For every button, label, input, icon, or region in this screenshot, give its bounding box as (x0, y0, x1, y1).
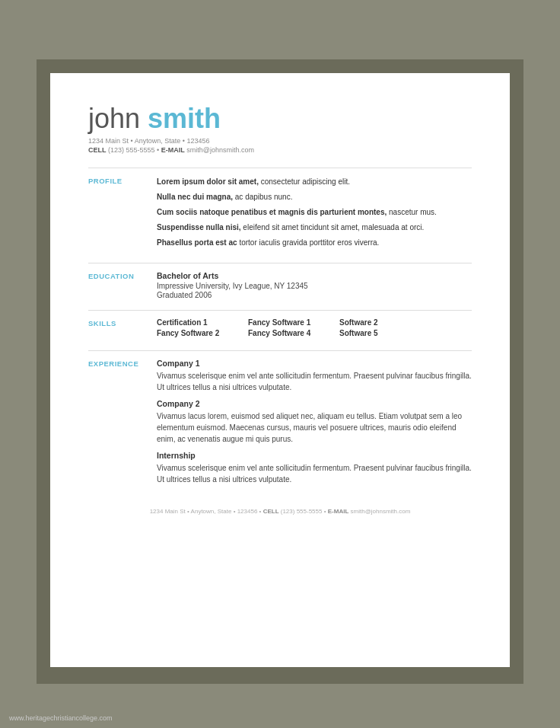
skills-row-2: Fancy Software 2 Fancy Software 4 Softwa… (157, 329, 472, 337)
education-content: Bachelor of Arts Impressive University, … (157, 271, 472, 299)
profile-section: PROFILE Lorem ipsum dolor sit amet, cons… (88, 176, 472, 252)
first-name: john (88, 103, 140, 134)
skills-label: SKILLS (88, 318, 157, 340)
education-degree: Bachelor of Arts (157, 271, 472, 280)
company-2-name: Company 2 (157, 399, 472, 408)
footer-email-label: E-MAIL (328, 508, 349, 515)
education-label: EDUCATION (88, 271, 157, 299)
education-divider (88, 263, 472, 263)
education-year: Graduated 2006 (157, 291, 472, 299)
cell-label: CELL (88, 146, 107, 154)
skills-section: SKILLS Certification 1 Fancy Software 1 … (88, 318, 472, 340)
header-section: john smith 1234 Main St • Anytown, State… (88, 104, 472, 154)
company-1-desc: Vivamus scelerisque enim vel ante sollic… (157, 370, 472, 393)
profile-line-1: Lorem ipsum dolor sit amet, consectetur … (157, 176, 472, 187)
cell-number: (123) 555-5555 (108, 146, 155, 154)
address-line: 1234 Main St • Anytown, State • 123456 (88, 137, 472, 145)
header-divider (88, 168, 472, 168)
skill-6: Software 5 (339, 329, 415, 337)
profile-line-2: Nulla nec dui magna, ac dapibus nunc. (157, 191, 472, 203)
email-label: E-MAIL (161, 146, 185, 154)
skill-5: Fancy Software 4 (248, 329, 324, 337)
skill-3: Software 2 (339, 318, 415, 327)
company-1-name: Company 1 (157, 359, 472, 368)
skills-divider (88, 310, 472, 311)
skill-1: Certification 1 (157, 318, 233, 327)
experience-content: Company 1 Vivamus scelerisque enim vel a… (157, 359, 472, 491)
company-2-desc: Vivamus lacus lorem, euismod sed aliquet… (157, 410, 472, 445)
watermark: www.heritagechristiancollege.com (9, 714, 113, 722)
last-name: smith (148, 103, 221, 134)
outer-frame: john smith 1234 Main St • Anytown, State… (37, 59, 523, 684)
profile-line-3: Cum sociis natoque penatibus et magnis d… (157, 206, 472, 218)
skills-row-1: Certification 1 Fancy Software 1 Softwar… (157, 318, 472, 327)
profile-label: PROFILE (88, 176, 157, 252)
profile-content: Lorem ipsum dolor sit amet, consectetur … (157, 176, 472, 252)
resume-page: john smith 1234 Main St • Anytown, State… (50, 73, 510, 667)
contact-line: CELL (123) 555-5555 • E-MAIL smith@johns… (88, 146, 472, 154)
education-section: EDUCATION Bachelor of Arts Impressive Un… (88, 271, 472, 299)
education-school: Impressive University, Ivy League, NY 12… (157, 282, 472, 290)
footer: 1234 Main St • Anytown, State • 123456 •… (88, 503, 472, 515)
experience-divider (88, 350, 472, 351)
internship-name: Internship (157, 451, 472, 460)
skill-2: Fancy Software 1 (248, 318, 324, 327)
footer-cell: (123) 555-5555 (281, 508, 323, 515)
experience-label: EXPERIENCE (88, 359, 157, 491)
footer-address: 1234 Main St • Anytown, State • 123456 (150, 508, 258, 515)
footer-cell-label: CELL (263, 508, 279, 515)
experience-section: EXPERIENCE Company 1 Vivamus scelerisque… (88, 359, 472, 491)
profile-line-5: Phasellus porta est ac tortor iaculis gr… (157, 237, 472, 248)
footer-email: smith@johnsmith.com (351, 508, 411, 515)
name-line: john smith (88, 104, 472, 134)
skills-content: Certification 1 Fancy Software 1 Softwar… (157, 318, 472, 340)
skill-4: Fancy Software 2 (157, 329, 233, 337)
internship-desc: Vivamus scelerisque enim vel ante sollic… (157, 462, 472, 485)
email-address: smith@johnsmith.com (186, 146, 254, 154)
profile-line-4: Suspendisse nulla nisi, eleifend sit ame… (157, 222, 472, 233)
